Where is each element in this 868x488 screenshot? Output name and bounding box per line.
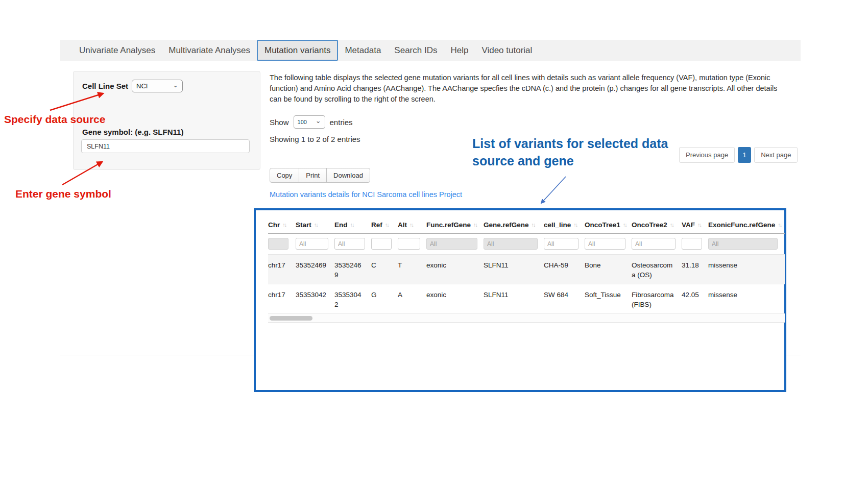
table-cell: 35352469 [296,255,334,284]
filter-input-oncotree1[interactable] [585,238,625,250]
showing-entries-text: Showing 1 to 2 of 2 entries [270,135,360,143]
table-cell: 35353042 [334,284,371,313]
sort-icon: ↑↓ [670,222,673,228]
filter-input-end[interactable] [334,238,365,250]
table-header-row: Chr↑↓ Start↑↓ End↑↓ Ref↑↓ Alt↑↓ Func.ref… [268,216,785,234]
annotation-specify-data-source: Specify data source [4,113,105,126]
chevron-down-icon: ⌄ [173,83,178,87]
page-number-button[interactable]: 1 [738,147,751,163]
variants-table: Chr↑↓ Start↑↓ End↑↓ Ref↑↓ Alt↑↓ Func.ref… [268,216,785,323]
tab-help[interactable]: Help [444,40,475,61]
entries-label: entries [330,118,353,127]
table-filter-row [268,234,785,255]
table-cell: 35353042 [296,284,334,313]
table-cell: 42.05 [682,284,708,313]
sort-icon: ↑↓ [314,222,318,228]
variants-table-box: Chr↑↓ Start↑↓ End↑↓ Ref↑↓ Alt↑↓ Func.ref… [254,208,786,392]
table-cell: missense [708,284,784,313]
page-length-select[interactable]: 100 ⌄ [294,115,325,129]
column-header-alt[interactable]: Alt↑↓ [398,216,426,233]
filter-input-gene-refgene[interactable] [484,238,538,250]
tab-search-ids[interactable]: Search IDs [388,40,444,61]
table-cell: chr17 [268,284,296,313]
sort-icon: ↑↓ [623,222,626,228]
filter-input-alt[interactable] [398,238,420,250]
description-text: The following table displays the selecte… [270,72,780,105]
filter-input-vaf[interactable] [682,238,702,250]
show-entries-control: Show 100 ⌄ entries [270,115,353,129]
sort-icon: ↑↓ [697,222,701,228]
tab-mutation-variants[interactable]: Mutation variants [257,40,338,61]
table-cell: Soft_Tissue [585,284,632,313]
mutation-variants-page: Univariate Analyses Multivariate Analyse… [0,0,868,488]
table-cell: Fibrosarcoma (FIBS) [632,284,682,313]
column-header-gene-refgene[interactable]: Gene.refGene↑↓ [484,216,544,233]
column-header-cell-line[interactable]: cell_line↑↓ [544,216,585,233]
sort-icon: ↑↓ [532,222,535,228]
gene-symbol-label: Gene symbol: (e.g. SLFN11) [82,128,183,136]
table-cell: exonic [426,255,484,284]
annotation-enter-gene-symbol: Enter gene symbol [15,188,111,200]
filter-input-exonicfunc-refgene[interactable] [708,238,778,250]
sort-icon: ↑↓ [473,222,477,228]
table-cell: T [398,255,426,284]
sort-icon: ↑↓ [385,222,389,228]
table-cell: Bone [585,255,632,284]
column-header-oncotree1[interactable]: OncoTree1↑↓ [585,216,632,233]
sort-icon: ↑↓ [573,222,577,228]
previous-page-button[interactable]: Previous page [679,147,735,163]
tab-multivariate-analyses[interactable]: Multivariate Analyses [162,40,257,61]
tab-video-tutorial[interactable]: Video tutorial [475,40,539,61]
print-button[interactable]: Print [299,168,327,183]
table-cell: exonic [426,284,484,313]
download-button[interactable]: Download [326,168,370,183]
filter-input-oncotree2[interactable] [632,238,676,250]
pagination: Previous page 1 Next page [679,147,798,163]
table-cell: SLFN11 [484,255,544,284]
column-header-ref[interactable]: Ref↑↓ [371,216,398,233]
table-row: chr17 35353042 35353042 G A exonic SLFN1… [268,284,785,314]
column-header-vaf[interactable]: VAF↑↓ [682,216,708,233]
table-cell: 35352469 [334,255,371,284]
export-button-group: Copy Print Download [270,168,370,183]
table-cell: 31.18 [682,255,708,284]
column-header-func-refgene[interactable]: Func.refGene↑↓ [426,216,484,233]
show-label: Show [270,118,289,127]
column-header-start[interactable]: Start↑↓ [296,216,334,233]
filter-input-start[interactable] [296,238,328,250]
filter-input-ref[interactable] [371,238,392,250]
table-row: chr17 35352469 35352469 C T exonic SLFN1… [268,255,785,284]
cell-line-set-select[interactable]: NCI ⌄ [132,80,183,92]
column-header-end[interactable]: End↑↓ [334,216,371,233]
table-cell: SLFN11 [484,284,544,313]
variants-details-link[interactable]: Mutation variants details for NCI Sarcom… [270,190,462,199]
gene-symbol-input[interactable] [81,139,250,153]
filter-input-chr[interactable] [268,238,288,250]
blue-arrow-icon [541,177,566,203]
column-header-oncotree2[interactable]: OncoTree2↑↓ [632,216,682,233]
top-nav-bar: Univariate Analyses Multivariate Analyse… [60,40,801,61]
filter-input-cell-line[interactable] [544,238,578,250]
column-header-chr[interactable]: Chr↑↓ [268,216,296,233]
cell-line-set-label: Cell Line Set [82,82,128,90]
tab-metadata[interactable]: Metadata [338,40,388,61]
table-cell: CHA-59 [544,255,585,284]
annotation-list-of-variants: List of variants for selected data sourc… [472,135,668,169]
column-header-exonicfunc-refgene[interactable]: ExonicFunc.refGene↑↓ [708,216,784,233]
next-page-button[interactable]: Next page [754,147,798,163]
filter-input-func-refgene[interactable] [426,238,477,250]
table-cell: G [371,284,398,313]
chevron-down-icon: ⌄ [316,119,321,123]
horizontal-scrollbar[interactable] [268,314,785,323]
table-cell: missense [708,255,784,284]
table-cell: chr17 [268,255,296,284]
copy-button[interactable]: Copy [270,168,299,183]
sort-icon: ↑↓ [778,222,781,228]
table-cell: SW 684 [544,284,585,313]
table-cell: C [371,255,398,284]
sort-icon: ↑↓ [409,222,413,228]
sort-icon: ↑↓ [350,222,354,228]
scrollbar-thumb[interactable] [270,316,312,321]
tab-univariate-analyses[interactable]: Univariate Analyses [73,40,162,61]
table-cell: Osteosarcoma (OS) [632,255,682,284]
